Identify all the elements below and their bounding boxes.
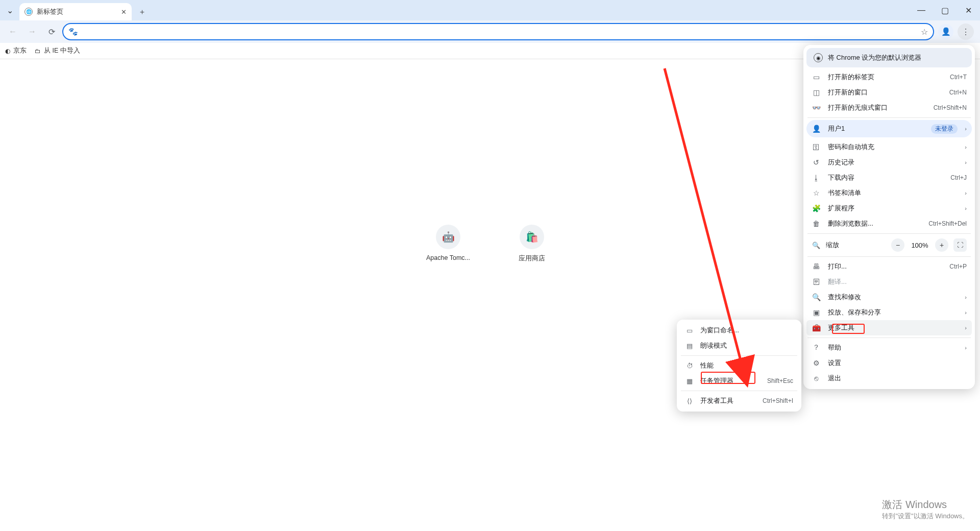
menu-label: 投放、保存和分享 (828, 308, 958, 317)
zoom-icon: 🔍 (812, 242, 821, 249)
menu-history[interactable]: ↺ 历史记录 › (806, 155, 972, 170)
menu-extensions[interactable]: 🧩 扩展程序 › (806, 201, 972, 216)
menu-label: 性能 (700, 361, 793, 370)
menu-cast-save-share[interactable]: ▣ 投放、保存和分享 › (806, 305, 972, 320)
menu-help[interactable]: ？ 帮助 › (806, 340, 972, 355)
submenu-name-window[interactable]: ▭ 为窗口命名... (680, 323, 798, 338)
toolbar: ← → ⟳ 🐾 ☆ 👤 ⋮ (0, 20, 980, 43)
reload-button[interactable]: ⟳ (43, 23, 60, 40)
shortcuts: 🤖 Apache Tomc... 🛍️ 应用商店 (423, 225, 557, 263)
menu-incognito[interactable]: 👓 打开新的无痕式窗口 Ctrl+Shift+N (806, 100, 972, 115)
menu-button[interactable]: ⋮ (958, 23, 974, 40)
menu-passwords[interactable]: ⚿ 密码和自动填充 › (806, 139, 972, 155)
puzzle-icon: 🧩 (812, 204, 821, 212)
menu-label: 缩放 (826, 240, 886, 250)
shortcut-webstore[interactable]: 🛍️ 应用商店 (506, 225, 557, 263)
close-window-button[interactable]: ✕ (957, 0, 980, 20)
chevron-right-icon: › (965, 345, 967, 351)
menu-label: 下载内容 (828, 173, 943, 182)
menu-downloads[interactable]: ⭳ 下载内容 Ctrl+J (806, 170, 972, 185)
zoom-in-button[interactable]: + (935, 238, 948, 252)
bookmark-jd[interactable]: ◐ 京东 (5, 46, 27, 55)
menu-label: 打开新的标签页 (828, 73, 943, 82)
window-controls: — ▢ ✕ (910, 0, 980, 20)
fullscreen-button[interactable]: ⛶ (953, 238, 967, 252)
menu-label: 为窗口命名... (700, 326, 793, 335)
back-button[interactable]: ← (4, 23, 21, 40)
menu-new-window[interactable]: ◫ 打开新的窗口 Ctrl+N (806, 85, 972, 100)
submenu-performance[interactable]: ⏱ 性能 (680, 358, 798, 373)
menu-label: 设置 (828, 358, 967, 368)
shortcut-tomcat[interactable]: 🤖 Apache Tomc... (423, 225, 474, 263)
menu-label: 历史记录 (828, 158, 958, 167)
chrome-icon: ◉ (814, 53, 823, 62)
profile-button[interactable]: 👤 (938, 24, 953, 39)
close-icon[interactable]: ✕ (121, 8, 127, 16)
minimize-button[interactable]: — (910, 0, 933, 20)
bookmark-label: 京东 (13, 46, 27, 55)
submenu-reading-mode[interactable]: ▤ 朗读模式 (680, 338, 798, 353)
menu-zoom: 🔍 缩放 − 100% + ⛶ (806, 236, 972, 254)
address-input[interactable] (82, 28, 917, 36)
submenu-devtools[interactable]: ⟨⟩ 开发者工具 Ctrl+Shift+I (680, 393, 798, 408)
shortcut-text: Ctrl+Shift+Del (928, 220, 967, 227)
book-icon: ▤ (685, 342, 694, 350)
menu-label: 密码和自动填充 (828, 142, 958, 152)
menu-print[interactable]: 🖶 打印... Ctrl+P (806, 259, 972, 274)
zoom-out-button[interactable]: − (891, 238, 904, 252)
menu-user[interactable]: 👤 用户1 未登录 › (806, 120, 972, 137)
new-tab-button[interactable]: ＋ (135, 5, 149, 19)
separator (807, 233, 971, 234)
menu-bookmarks[interactable]: ☆ 书签和清单 › (806, 185, 972, 201)
browser-tab[interactable]: 🌐 新标签页 ✕ (19, 3, 132, 20)
separator (681, 391, 797, 391)
watermark-title: 激活 Windows (882, 498, 969, 512)
maximize-button[interactable]: ▢ (933, 0, 957, 20)
menu-find-edit[interactable]: 🔍 查找和修改 › (806, 289, 972, 305)
translate-icon: 🈂 (812, 278, 821, 286)
menu-label: 帮助 (828, 343, 958, 352)
menu-new-tab[interactable]: ▭ 打开新的标签页 Ctrl+T (806, 69, 972, 85)
incognito-icon: 👓 (812, 104, 821, 112)
shortcut-text: Ctrl+N (949, 89, 967, 96)
cast-icon: ▣ (812, 308, 821, 317)
shortcut-text: Ctrl+P (949, 263, 967, 270)
forward-button[interactable]: → (23, 23, 41, 40)
download-icon: ⭳ (812, 174, 821, 182)
bookmark-ie-import[interactable]: 🗀 从 IE 中导入 (35, 46, 80, 55)
history-icon: ↺ (812, 158, 821, 166)
menu-settings[interactable]: ⚙ 设置 (806, 355, 972, 371)
key-icon: ⚿ (812, 143, 821, 151)
globe-icon: ◐ (5, 47, 10, 55)
separator (807, 256, 971, 257)
menu-label: 删除浏览数据... (828, 219, 921, 228)
menu-exit[interactable]: ⎋ 退出 (806, 371, 972, 386)
menu-label: 开发者工具 (700, 396, 756, 405)
menu-label: 任务管理器 (700, 376, 761, 385)
separator (681, 355, 797, 356)
tab-search-button[interactable]: ⌄ (1, 2, 18, 19)
search-icon: 🔍 (812, 293, 821, 301)
bookmark-star-icon[interactable]: ☆ (921, 27, 928, 37)
chevron-right-icon: › (965, 126, 967, 132)
shortcut-text: Ctrl+T (950, 74, 967, 81)
omnibox[interactable]: 🐾 ☆ (62, 23, 934, 40)
shortcut-text: Ctrl+Shift+N (934, 104, 967, 111)
window-icon: ◫ (812, 88, 821, 96)
menu-more-tools[interactable]: 🧰 更多工具 › (806, 320, 972, 335)
login-status-pill: 未登录 (931, 124, 958, 134)
menu-translate[interactable]: 🈂 翻译... (806, 274, 972, 289)
default-browser-banner[interactable]: ◉ 将 Chrome 设为您的默认浏览器 (806, 48, 972, 67)
paw-icon: 🐾 (68, 27, 78, 36)
zoom-value: 100% (910, 242, 930, 249)
exit-icon: ⎋ (812, 374, 821, 382)
menu-label: 打开新的窗口 (828, 88, 942, 97)
separator (807, 337, 971, 338)
submenu-task-manager[interactable]: ▦ 任务管理器 Shift+Esc (680, 373, 798, 389)
menu-clear-data[interactable]: 🗑 删除浏览数据... Ctrl+Shift+Del (806, 216, 972, 231)
shortcut-text: Ctrl+Shift+I (763, 397, 793, 404)
code-icon: ⟨⟩ (685, 397, 694, 405)
chevron-right-icon: › (965, 294, 967, 300)
menu-label: 扩展程序 (828, 204, 958, 213)
titlebar: ⌄ 🌐 新标签页 ✕ ＋ — ▢ ✕ (0, 0, 980, 20)
